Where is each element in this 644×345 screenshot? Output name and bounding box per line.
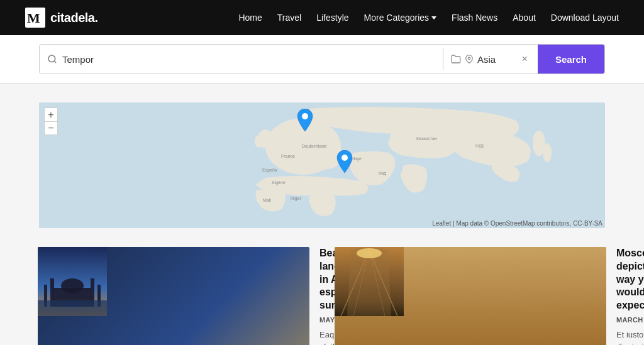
nav-lifestyle[interactable]: Lifestyle: [316, 13, 348, 23]
map-pin-1[interactable]: [296, 109, 314, 134]
svg-text:España: España: [262, 168, 277, 173]
map-attribution: Leaflet | Map data © OpenStreetMap contr…: [432, 220, 602, 227]
clear-location-button[interactable]: ×: [519, 53, 530, 65]
nav-more-categories[interactable]: More Categories: [364, 13, 437, 23]
svg-point-21: [302, 113, 308, 119]
search-section: Asia × Search: [0, 35, 644, 84]
map-section: Deutschland France España Türkiye Казахс…: [0, 84, 644, 228]
nav-travel[interactable]: Travel: [277, 13, 301, 23]
svg-text:中国: 中国: [475, 144, 484, 148]
logo[interactable]: M citadela.: [25, 8, 98, 28]
svg-text:France: France: [281, 154, 295, 158]
nav-flash-news[interactable]: Flash News: [452, 13, 497, 23]
header: M citadela. Home Travel Lifestyle More C…: [0, 0, 644, 35]
logo-icon: M: [25, 8, 45, 28]
chevron-down-icon: [431, 16, 436, 19]
article-thumbnail-abu-dhabi[interactable]: [38, 247, 309, 345]
svg-text:Algérie: Algérie: [272, 180, 286, 185]
location-pin-icon: [465, 55, 474, 63]
zoom-out-button[interactable]: −: [44, 121, 58, 135]
search-input-wrap: [40, 48, 443, 71]
location-wrap: Asia ×: [443, 53, 538, 65]
nav-download-layout[interactable]: Download Layout: [551, 13, 619, 23]
map-svg: Deutschland France España Türkiye Казахс…: [39, 102, 605, 228]
svg-text:Казахстан: Казахстан: [416, 136, 437, 141]
svg-rect-30: [38, 300, 107, 316]
nav-about[interactable]: About: [513, 13, 536, 23]
article-thumbnail-moscow[interactable]: [335, 247, 606, 345]
search-icon: [47, 54, 57, 64]
map-controls: + −: [44, 107, 58, 135]
zoom-in-button[interactable]: +: [44, 107, 58, 121]
folder-icon: [451, 54, 461, 64]
article-title-moscow[interactable]: Moscow depicted the way you would not ex…: [616, 247, 644, 312]
svg-point-4: [468, 57, 470, 60]
article-meta-moscow: MARCH 26, 2021: [616, 316, 644, 324]
nav-home[interactable]: Home: [238, 13, 262, 23]
search-bar: Asia × Search: [39, 44, 605, 74]
svg-text:Mali: Mali: [263, 198, 271, 202]
location-text: Asia: [477, 54, 516, 65]
main-nav: Home Travel Lifestyle More Categories Fl…: [238, 13, 619, 23]
article-card-abu-dhabi: Beautiful landscapes in Abu Dhabi, espec…: [38, 247, 309, 345]
articles-section: Beautiful landscapes in Abu Dhabi, espec…: [0, 228, 644, 345]
svg-point-25: [61, 278, 84, 293]
svg-point-10: [543, 143, 552, 162]
svg-text:M: M: [27, 10, 40, 26]
svg-text:Niger: Niger: [291, 196, 301, 201]
article-content-moscow: Moscow depicted the way you would not ex…: [616, 247, 644, 345]
search-input[interactable]: [62, 48, 435, 71]
map-container[interactable]: Deutschland France España Türkiye Казахс…: [39, 102, 605, 228]
map-pin-2[interactable]: [336, 150, 353, 175]
svg-text:Deutschland: Deutschland: [302, 144, 326, 148]
logo-text: citadela.: [50, 11, 98, 25]
svg-point-37: [357, 248, 382, 258]
svg-point-22: [341, 155, 348, 161]
svg-point-2: [48, 55, 55, 62]
article-card-moscow: Moscow depicted the way you would not ex…: [335, 247, 606, 345]
article-desc-moscow: Et iusto odio dignissimos ducimus qui bl…: [616, 329, 644, 345]
svg-text:Iraq: Iraq: [379, 171, 386, 176]
svg-point-8: [255, 135, 264, 148]
svg-line-3: [54, 61, 56, 63]
search-button[interactable]: Search: [538, 45, 604, 74]
